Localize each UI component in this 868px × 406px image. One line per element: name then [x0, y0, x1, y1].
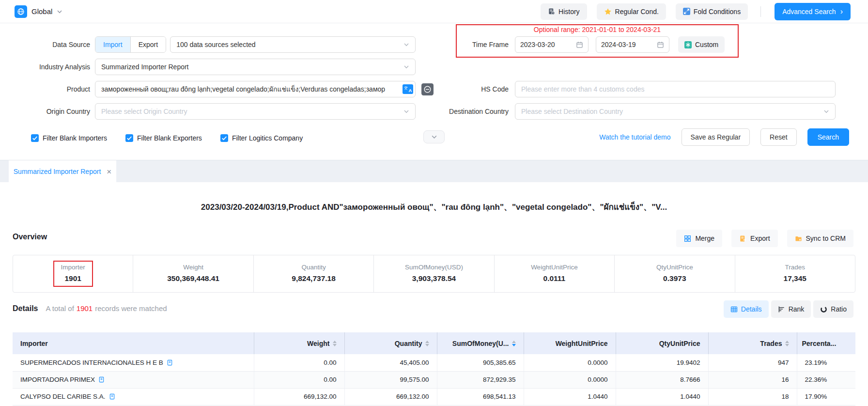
column-header-importer: Importer	[13, 332, 254, 354]
view-details-button[interactable]: Details	[724, 300, 769, 318]
form-row-industry: Industry Analysis Summarized Importer Re…	[0, 59, 868, 75]
stat-value: 3,903,378.54	[405, 274, 463, 283]
column-header-trades[interactable]: Trades	[708, 332, 797, 354]
filter-label: Filter Logitics Company	[232, 134, 303, 142]
tab-strip: Summarized Importer Report ×	[0, 160, 868, 182]
reset-button[interactable]: Reset	[760, 128, 797, 146]
stat-qty-unit-price: QtyUnitPrice 0.3973	[614, 255, 734, 292]
export-button[interactable]: Export	[731, 230, 777, 247]
quantity-cell: 669,132.00	[344, 388, 437, 405]
view-rank-button[interactable]: Rank	[771, 300, 811, 318]
origin-country-select[interactable]: Please select Origin Country	[95, 103, 416, 120]
collapse-conditions-button[interactable]	[423, 130, 445, 143]
column-header-percentage[interactable]: Percenta...	[797, 332, 855, 354]
overview-stats-card: Importer 1901 Weight 350,369,448.41 Quan…	[13, 255, 855, 293]
column-header-sum-of-money[interactable]: SumOfMoney(U...	[437, 332, 524, 354]
data-source-label: Data Source	[13, 36, 90, 53]
industry-analysis-select[interactable]: Summarized Importer Report	[95, 59, 416, 75]
custom-label: Custom	[695, 41, 718, 48]
end-date-value: 2024-03-19	[601, 41, 654, 48]
percentage-cell: 22.36%	[797, 371, 855, 388]
column-header-qty-unit-price[interactable]: QtyUnitPrice	[616, 332, 708, 354]
filter-label: Filter Blank Importers	[43, 134, 107, 142]
sort-icon-active-desc[interactable]	[512, 341, 516, 346]
table-header-row: Importer Weight Quantity SumOfMoney(U...	[13, 332, 855, 354]
qty-unit-price-cell: 8.7666	[616, 371, 708, 388]
importer-name[interactable]: CALYPSO DEL CARIBE S.A.	[20, 393, 106, 400]
stat-weight: Weight 350,369,448.41	[133, 255, 253, 292]
chevron-down-icon	[403, 64, 409, 70]
column-header-weight[interactable]: Weight	[254, 332, 344, 354]
globe-icon	[15, 5, 27, 18]
tab-summarized-importer-report[interactable]: Summarized Importer Report ×	[9, 160, 116, 183]
weight-unit-price-cell: 1.0440	[524, 388, 616, 405]
filter-logitics-company-checkbox[interactable]: Filter Logitics Company	[220, 134, 303, 142]
time-frame-label: Time Frame	[426, 36, 509, 53]
form-row-countries: Origin Country Please select Origin Coun…	[0, 103, 868, 120]
table-row: SUPERMERCADOS INTERNACIONALES H E B 0.00…	[13, 354, 855, 371]
topbar: Global History Regular Cond. Fold Condit…	[0, 0, 868, 23]
stat-sum-of-money: SumOfMoney(USD) 3,903,378.54	[373, 255, 494, 292]
data-sources-value: 100 data sources selected	[176, 41, 400, 48]
trades-cell: 18	[708, 388, 797, 405]
custom-range-button[interactable]: Custom	[678, 36, 725, 53]
destination-country-select[interactable]: Please select Destination Country	[515, 103, 836, 120]
region-selector[interactable]: Global	[15, 5, 62, 18]
topbar-divider	[760, 6, 761, 17]
destination-country-label: Destination Country	[417, 103, 509, 120]
weight-cell: 669,132.00	[254, 388, 344, 405]
table-row: CALYPSO DEL CARIBE S.A. 669,132.00 669,1…	[13, 388, 855, 405]
company-profile-icon[interactable]	[167, 359, 173, 366]
trades-cell: 947	[708, 354, 797, 371]
details-heading: Details	[13, 304, 38, 313]
data-sources-select[interactable]: 100 data sources selected	[170, 36, 416, 53]
form-row-data-source: Data Source Import Export 100 data sourc…	[0, 36, 868, 53]
close-icon[interactable]: ×	[107, 168, 111, 176]
chevron-down-icon	[57, 9, 62, 15]
translate-icon[interactable]: A	[403, 84, 413, 94]
filter-blank-exporters-checkbox[interactable]: Filter Blank Exporters	[125, 134, 202, 142]
fold-conditions-button[interactable]: Fold Conditions	[676, 3, 748, 20]
sort-icon[interactable]	[333, 341, 337, 346]
end-date-input[interactable]: 2024-03-19	[596, 36, 669, 53]
product-input[interactable]	[95, 81, 416, 97]
tab-label: Summarized Importer Report	[14, 168, 101, 175]
sync-to-crm-button[interactable]: Sync to CRM	[787, 230, 853, 247]
search-button[interactable]: Search	[807, 128, 849, 146]
optional-range-note: Optional range: 2021-01-01 to 2024-03-21	[456, 26, 739, 33]
company-profile-icon[interactable]	[98, 376, 105, 383]
export-icon	[739, 235, 746, 242]
hs-code-input[interactable]	[515, 81, 836, 97]
column-header-weight-unit-price[interactable]: WeightUnitPrice	[524, 332, 616, 354]
stat-label: Importer	[61, 264, 85, 271]
column-header-quantity[interactable]: Quantity	[344, 332, 437, 354]
tutorial-demo-link[interactable]: Watch the tutorial demo	[599, 133, 670, 141]
stat-value: 0.3973	[656, 274, 693, 283]
merge-label: Merge	[695, 234, 714, 242]
importer-name[interactable]: SUPERMERCADOS INTERNACIONALES H E B	[20, 359, 163, 366]
export-tab[interactable]: Export	[130, 37, 166, 52]
chevron-down-icon	[823, 109, 829, 114]
history-button[interactable]: History	[541, 3, 587, 20]
svg-text:A: A	[409, 88, 412, 93]
chevron-down-icon	[403, 42, 409, 47]
search-form: Data Source Import Export 100 data sourc…	[0, 23, 868, 160]
view-ratio-button[interactable]: Ratio	[813, 300, 853, 318]
stat-trades: Trades 17,345	[735, 255, 855, 292]
import-tab[interactable]: Import	[95, 37, 130, 52]
regular-cond-button[interactable]: Regular Cond.	[597, 3, 666, 20]
company-profile-icon[interactable]	[109, 393, 115, 400]
merge-button[interactable]: Merge	[676, 230, 722, 247]
qty-unit-price-cell: 19.9402	[616, 354, 708, 371]
importer-name[interactable]: IMPORTADORA PRIMEX	[20, 376, 95, 383]
filter-blank-importers-checkbox[interactable]: Filter Blank Importers	[31, 134, 107, 142]
weight-cell: 0.00	[254, 371, 344, 388]
save-as-regular-button[interactable]: Save as Regular	[682, 128, 750, 146]
advanced-search-button[interactable]: Advanced Search ›	[775, 3, 851, 20]
history-label: History	[558, 8, 580, 16]
start-date-input[interactable]: 2023-03-20	[515, 36, 589, 53]
sum-cell: 698,541.13	[437, 388, 524, 405]
trades-cell: 16	[708, 371, 797, 388]
sort-icon[interactable]	[785, 341, 789, 346]
sort-icon[interactable]	[425, 341, 429, 346]
